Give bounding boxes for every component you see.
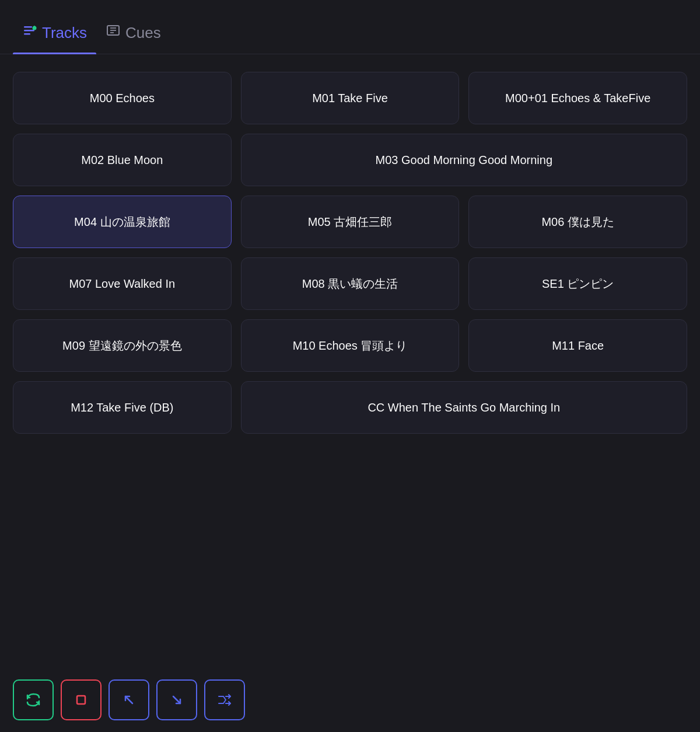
svg-rect-9 [77,696,85,704]
track-card-m05[interactable]: M05 古畑任三郎 [241,196,460,248]
tracks-icon [22,23,37,42]
svg-rect-0 [24,26,32,28]
track-card-se1[interactable]: SE1 ピンピン [468,257,687,310]
tab-cues[interactable]: Cues [96,12,170,54]
track-card-m01[interactable]: M01 Take Five [241,72,460,124]
track-card-m04[interactable]: M04 山の温泉旅館 [13,196,232,248]
tab-tracks[interactable]: Tracks [13,12,96,54]
track-card-m03[interactable]: M03 Good Morning Good Morning [241,134,687,186]
stop-button[interactable] [61,679,102,720]
track-card-m00[interactable]: M00 Echoes [13,72,232,124]
track-card-m07[interactable]: M07 Love Walked In [13,257,232,310]
shuffle-icon [215,691,234,709]
track-card-m11[interactable]: M11 Face [468,319,687,372]
track-card-m00-01[interactable]: M00+01 Echoes & TakeFive [468,72,687,124]
track-card-m02[interactable]: M02 Blue Moon [13,134,232,186]
svg-line-10 [125,696,132,703]
cues-tab-label: Cues [125,24,161,42]
svg-line-11 [173,696,180,703]
track-card-m06[interactable]: M06 僕は見た [468,196,687,248]
arrow-upleft-button[interactable] [108,679,149,720]
track-card-m10[interactable]: M10 Echoes 冒頭より [241,319,460,372]
arrow-upleft-icon [121,692,137,708]
arrow-downright-button[interactable] [156,679,197,720]
bottom-toolbar [0,668,700,732]
track-card-m12[interactable]: M12 Take Five (DB) [13,381,232,434]
tracks-grid: M00 Echoes M01 Take Five M00+01 Echoes &… [0,54,700,451]
loop-button[interactable] [13,679,54,720]
tab-bar: Tracks Cues [0,0,700,54]
svg-rect-1 [24,30,34,32]
track-card-m09[interactable]: M09 望遠鏡の外の景色 [13,319,232,372]
tracks-tab-label: Tracks [42,24,87,42]
arrow-downright-icon [169,692,185,708]
track-card-m08[interactable]: M08 黒い蟻の生活 [241,257,460,310]
cues-icon [106,23,121,42]
track-card-cc[interactable]: CC When The Saints Go Marching In [241,381,687,434]
stop-icon [73,692,89,708]
loop-icon [24,691,43,709]
svg-rect-2 [24,33,30,35]
shuffle-button[interactable] [204,679,245,720]
